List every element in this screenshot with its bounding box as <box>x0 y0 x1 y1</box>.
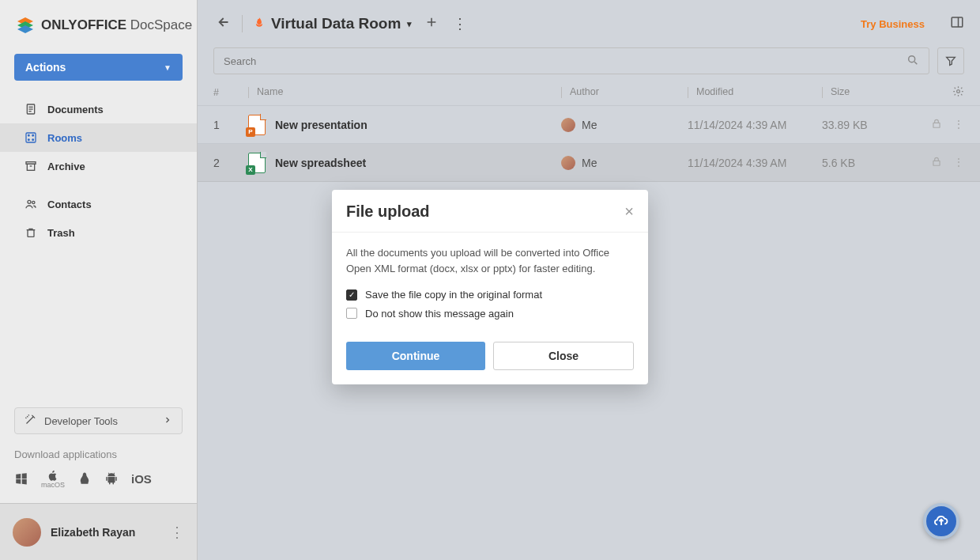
modal-title: File upload <box>346 202 430 221</box>
checkbox-dont-show[interactable]: Do not show this message again <box>346 306 634 322</box>
checkbox-label: Save the file copy in the original forma… <box>365 287 542 303</box>
modal-body-text: All the documents you upload will be con… <box>346 245 634 276</box>
continue-button[interactable]: Continue <box>346 342 485 370</box>
checkbox-save-copy[interactable]: ✓ Save the file copy in the original for… <box>346 287 634 303</box>
upload-modal: File upload × All the documents you uplo… <box>332 190 648 384</box>
checkbox-icon[interactable]: ✓ <box>346 289 357 301</box>
checkbox-label: Do not show this message again <box>365 306 514 322</box>
checkbox-icon[interactable] <box>346 308 357 319</box>
modal-overlay: File upload × All the documents you uplo… <box>0 0 980 560</box>
close-icon[interactable]: × <box>624 202 634 221</box>
close-button[interactable]: Close <box>493 342 634 370</box>
